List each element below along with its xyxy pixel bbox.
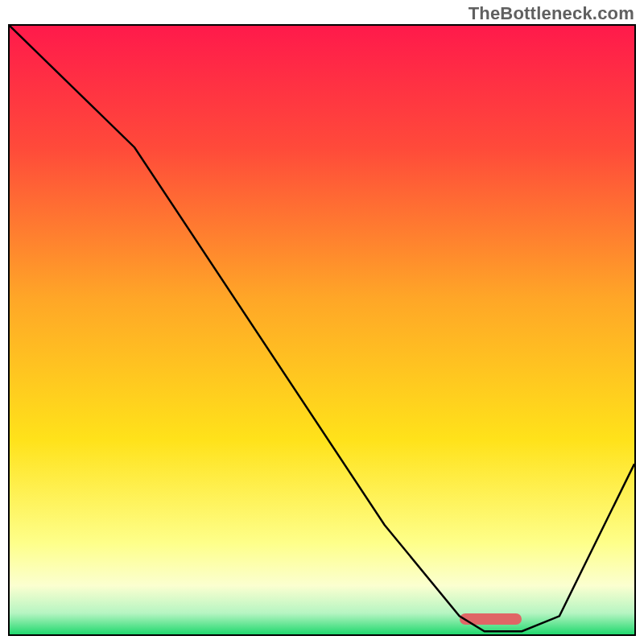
watermark-text: TheBottleneck.com [469,3,634,24]
curve-layer [10,26,634,634]
bottleneck-curve [10,26,634,631]
chart-container: TheBottleneck.com [0,0,644,644]
plot-area [8,24,636,636]
